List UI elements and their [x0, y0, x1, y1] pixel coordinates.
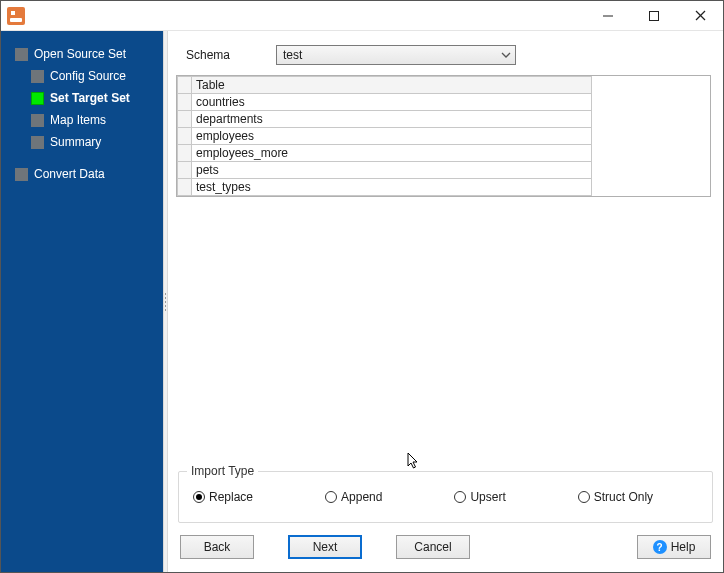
step-marker-icon [31, 136, 44, 149]
row-header [178, 111, 192, 128]
column-header-table[interactable]: Table [192, 77, 592, 94]
help-icon: ? [653, 540, 667, 554]
step-marker-icon [31, 114, 44, 127]
minimize-button[interactable] [585, 1, 631, 31]
table-cell: departments [192, 111, 592, 128]
help-button[interactable]: ? Help [637, 535, 711, 559]
radio-icon [454, 491, 466, 503]
step-label: Map Items [50, 113, 106, 127]
step-config-source[interactable]: Config Source [1, 65, 163, 87]
mouse-cursor-icon [407, 452, 421, 470]
step-marker-active-icon [31, 92, 44, 105]
table-row[interactable]: employees_more [178, 145, 592, 162]
table-cell: test_types [192, 179, 592, 196]
radio-replace[interactable]: Replace [193, 490, 253, 504]
titlebar [1, 1, 723, 31]
maximize-button[interactable] [631, 1, 677, 31]
step-label: Set Target Set [50, 91, 130, 105]
wizard-sidebar: Open Source Set Config Source Set Target… [1, 31, 163, 573]
chevron-down-icon [501, 49, 511, 63]
tables-grid[interactable]: Table countries departments employees em… [176, 75, 711, 197]
svg-rect-1 [650, 11, 659, 20]
splitter-grip-icon [164, 292, 167, 312]
radio-label: Append [341, 490, 382, 504]
schema-label: Schema [186, 48, 276, 62]
close-button[interactable] [677, 1, 723, 31]
radio-upsert[interactable]: Upsert [454, 490, 505, 504]
step-label: Convert Data [34, 167, 105, 181]
table-cell: pets [192, 162, 592, 179]
radio-append[interactable]: Append [325, 490, 382, 504]
step-marker-icon [15, 168, 28, 181]
app-icon [7, 7, 25, 25]
step-convert-data[interactable]: Convert Data [1, 163, 163, 185]
radio-label: Struct Only [594, 490, 653, 504]
row-header [178, 162, 192, 179]
step-marker-icon [31, 70, 44, 83]
row-header [178, 128, 192, 145]
radio-label: Replace [209, 490, 253, 504]
step-summary[interactable]: Summary [1, 131, 163, 153]
table-row[interactable]: countries [178, 94, 592, 111]
table-row[interactable]: departments [178, 111, 592, 128]
radio-icon [193, 491, 205, 503]
step-label: Summary [50, 135, 101, 149]
radio-icon [578, 491, 590, 503]
step-set-target-set[interactable]: Set Target Set [1, 87, 163, 109]
table-cell: employees [192, 128, 592, 145]
step-map-items[interactable]: Map Items [1, 109, 163, 131]
row-header [178, 179, 192, 196]
table-row[interactable]: employees [178, 128, 592, 145]
back-button[interactable]: Back [180, 535, 254, 559]
table-row[interactable]: test_types [178, 179, 592, 196]
window-controls [585, 1, 723, 31]
wizard-buttons: Back Next Cancel ? Help [168, 523, 723, 573]
table-cell: countries [192, 94, 592, 111]
import-type-legend: Import Type [187, 464, 258, 478]
step-label: Config Source [50, 69, 126, 83]
radio-icon [325, 491, 337, 503]
table-cell: employees_more [192, 145, 592, 162]
step-open-source-set[interactable]: Open Source Set [1, 43, 163, 65]
radio-label: Upsert [470, 490, 505, 504]
row-header [178, 94, 192, 111]
cancel-button[interactable]: Cancel [396, 535, 470, 559]
table-row[interactable]: pets [178, 162, 592, 179]
corner-cell [178, 77, 192, 94]
schema-value: test [283, 48, 302, 62]
import-type-group: Import Type Replace Append Upsert Struct… [178, 471, 713, 523]
step-marker-icon [15, 48, 28, 61]
row-header [178, 145, 192, 162]
radio-struct-only[interactable]: Struct Only [578, 490, 653, 504]
step-label: Open Source Set [34, 47, 126, 61]
next-button[interactable]: Next [288, 535, 362, 559]
main-panel: Schema test Table countries departments … [168, 31, 723, 573]
schema-select[interactable]: test [276, 45, 516, 65]
